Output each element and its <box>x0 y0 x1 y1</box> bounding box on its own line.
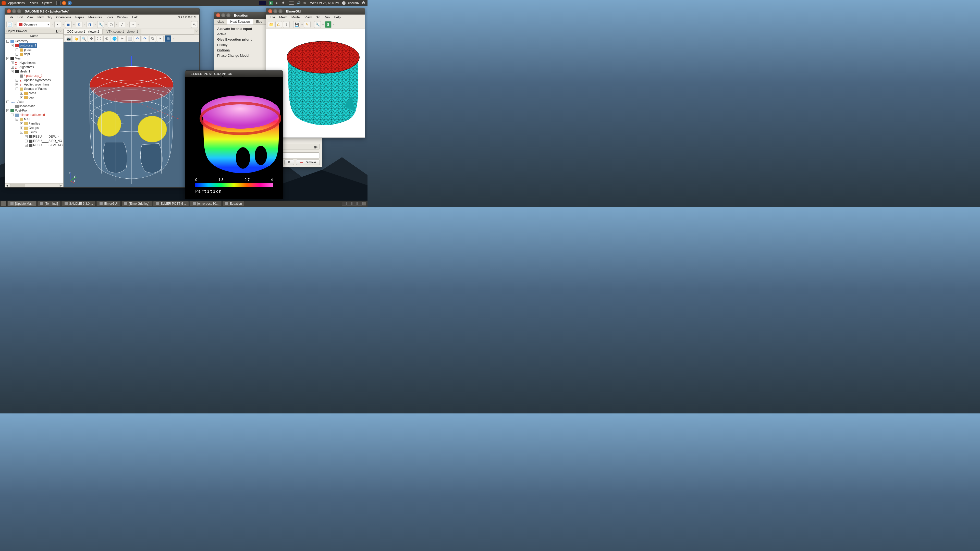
power-icon[interactable]: ⏻ <box>362 1 366 5</box>
tab-navier-stokes-partial[interactable]: okes <box>214 19 227 24</box>
new-doc-icon[interactable]: 📄 <box>6 21 13 28</box>
expander-icon[interactable]: + <box>25 144 27 147</box>
applications-menu[interactable]: Applications <box>6 1 27 5</box>
taskbar-item[interactable]: [Update Ma... <box>8 201 36 206</box>
pan-icon[interactable]: ✥ <box>88 35 95 42</box>
salome-titlebar[interactable]: SALOME 6.3.0 - [pistonTuto] <box>5 8 199 14</box>
elmerpost-3d-render[interactable] <box>185 84 283 176</box>
expander-icon[interactable]: + <box>11 62 14 64</box>
expander-icon[interactable]: + <box>20 92 23 95</box>
tree-item[interactable]: * piston.stp_1 <box>5 74 63 78</box>
close-viewport-icon[interactable]: ✕ <box>194 29 199 35</box>
minimize-icon[interactable] <box>12 9 16 13</box>
box-icon[interactable]: ◼ <box>65 21 72 28</box>
remove-button[interactable]: —Remove <box>296 159 320 165</box>
object-tree[interactable]: −Geometry−piston.stp_1+press+depl−Mesh+Σ… <box>5 38 63 183</box>
menu-new-entity[interactable]: New Entity <box>35 16 54 19</box>
settings-icon[interactable]: 🔧 <box>314 21 321 28</box>
transform-icon[interactable]: ◨ <box>86 21 93 28</box>
show-desktop-button[interactable] <box>1 201 6 206</box>
interaction-icon[interactable]: 👆 <box>73 35 80 42</box>
load-mesh-icon[interactable]: 🗀 <box>275 21 282 28</box>
tree-item[interactable]: −MAIL <box>5 117 63 121</box>
taskbar-item[interactable]: [elmerpost-30... <box>190 201 221 206</box>
expander-icon[interactable]: + <box>16 83 18 86</box>
3d-viewport[interactable]: 📷 👆 🔍 ✥ ⛶ ⟲ 🌐 ☀ ⬜ ↶ ↷ ⧉ ✂ ▦ » <box>64 35 199 187</box>
system-monitor-icon[interactable] <box>259 1 266 5</box>
maximize-icon[interactable] <box>17 9 21 13</box>
tree-item[interactable]: +ΣAlgorithms <box>5 65 63 69</box>
dump-icon[interactable]: 📷 <box>65 35 72 42</box>
select-icon[interactable]: ↖ <box>191 21 198 28</box>
tree-item[interactable]: +depl <box>5 96 63 100</box>
menu-tools[interactable]: Tools <box>104 16 115 19</box>
close-panel-icon[interactable]: ✕ <box>59 29 62 33</box>
menu-edit[interactable]: Edit <box>15 16 25 19</box>
taskbar-item[interactable]: SALOME 6.3.0 ... <box>62 201 96 206</box>
menu-help[interactable]: Help <box>130 16 141 19</box>
menu-repair[interactable]: Repair <box>73 16 86 19</box>
fit-icon[interactable]: ⛶ <box>96 35 102 42</box>
menu-file[interactable]: File <box>6 16 15 19</box>
tree-item[interactable]: −Geometry <box>5 39 63 43</box>
tree-item[interactable]: −* linear-static.rmed <box>5 113 63 117</box>
boolean-icon[interactable]: ⧉ <box>76 21 83 28</box>
tree-item[interactable]: +press <box>5 91 63 96</box>
places-menu[interactable]: Places <box>27 1 40 5</box>
trash-icon[interactable] <box>363 202 366 205</box>
vtk-scene-tab[interactable]: VTK scene:1 - viewer:1 <box>103 29 142 34</box>
expander-icon[interactable]: − <box>6 100 9 104</box>
system-menu[interactable]: System <box>40 1 54 5</box>
workspace-2[interactable] <box>347 202 352 205</box>
ubuntu-logo-icon[interactable] <box>2 1 6 5</box>
workspace-4[interactable] <box>357 202 362 205</box>
elmergui-titlebar[interactable]: ElmerGUI <box>266 8 365 14</box>
terminal-launcher-icon[interactable] <box>56 1 60 5</box>
ok-button-partial[interactable]: K <box>284 159 294 165</box>
eg-menu-view[interactable]: View <box>302 15 313 19</box>
tab-electrostatics-partial[interactable]: Elec <box>253 19 265 24</box>
firefox-launcher-icon[interactable] <box>62 1 66 5</box>
viewport-overflow-icon[interactable]: » <box>172 37 174 40</box>
tree-item[interactable]: −Mesh_1 <box>5 69 63 74</box>
mail-icon[interactable]: ✉ <box>304 1 307 5</box>
tree-item[interactable]: linear-static <box>5 104 63 108</box>
expander-icon[interactable]: + <box>25 135 27 138</box>
tree-item[interactable]: −Post-Pro <box>5 108 63 113</box>
export-icon[interactable]: ⇪ <box>283 21 290 28</box>
tree-item[interactable]: −AsterAster <box>5 100 63 104</box>
tree-item[interactable]: −piston.stp_1 <box>5 43 63 48</box>
bluetooth-icon[interactable]: ✱ <box>282 1 286 5</box>
toolbar-overflow-icon[interactable]: » <box>322 23 324 26</box>
scroll-left-icon[interactable]: ◂ <box>5 184 9 187</box>
open-icon[interactable]: 📁 <box>268 21 274 28</box>
expander-icon[interactable]: + <box>20 127 23 129</box>
expander-icon[interactable]: − <box>11 113 14 116</box>
global-rotate-icon[interactable]: 🌐 <box>111 35 118 42</box>
minimize-icon[interactable] <box>273 9 277 13</box>
maximize-icon[interactable] <box>278 9 283 13</box>
eg-menu-mesh[interactable]: Mesh <box>277 15 290 19</box>
clone-icon[interactable]: ⧉ <box>149 35 156 42</box>
taskbar-item[interactable]: Equation <box>222 201 245 206</box>
maximize-icon[interactable] <box>226 13 231 18</box>
expander-icon[interactable]: + <box>16 79 18 82</box>
user-menu-icon[interactable] <box>342 1 345 5</box>
tab-heat-equation[interactable]: Heat Equation <box>227 19 253 24</box>
workspace-3[interactable] <box>352 202 357 205</box>
point-icon[interactable]: • <box>54 21 61 28</box>
minimize-icon[interactable] <box>221 13 225 18</box>
workspace-1[interactable] <box>342 202 347 205</box>
save-icon[interactable]: 💾 <box>293 21 300 28</box>
expander-icon[interactable]: + <box>16 48 18 51</box>
menu-operations[interactable]: Operations <box>54 16 73 19</box>
front-view-icon[interactable]: ☀ <box>119 35 125 42</box>
toolbar-overflow-icon[interactable]: » <box>14 23 16 26</box>
undo-icon[interactable]: ↶ <box>134 35 141 42</box>
eg-menu-help[interactable]: Help <box>332 15 343 19</box>
network-icon[interactable]: ◈ <box>275 1 280 5</box>
explode-icon[interactable]: ⬡ <box>108 21 115 28</box>
rotate-icon[interactable]: ⟲ <box>103 35 110 42</box>
expander-icon[interactable]: + <box>20 96 23 99</box>
expander-icon[interactable]: − <box>16 88 18 90</box>
